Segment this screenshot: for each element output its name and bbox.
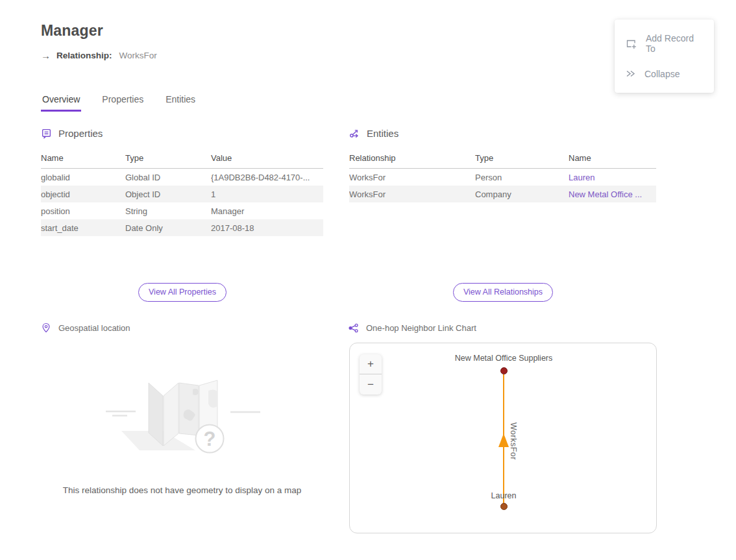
record-overview-page: Manager → Relationship: WorksFor Add Rec…	[0, 0, 736, 560]
link-chart-section-title: One-hop Neighbor Link Chart	[366, 323, 476, 333]
entity-name-cell: Lauren	[569, 169, 656, 186]
relationship-label: Relationship:	[56, 51, 112, 60]
property-type: String	[125, 202, 211, 219]
entity-relationship: WorksFor	[349, 186, 475, 202]
property-name: globalid	[41, 169, 125, 186]
property-type: Date Only	[125, 219, 211, 236]
column-header-name: Name	[41, 149, 125, 169]
entity-link[interactable]: Lauren	[569, 173, 595, 182]
entities-section-title: Entities	[367, 128, 399, 139]
table-row: start_date Date Only 2017-08-18	[41, 219, 323, 236]
property-value: 1	[211, 186, 323, 202]
entities-section-header: Entities	[349, 128, 399, 139]
property-name: start_date	[41, 219, 125, 236]
graph-edge-arrow-icon	[498, 433, 509, 447]
view-all-relationships-button[interactable]: View All Relationships	[453, 283, 553, 302]
column-header-type: Type	[475, 149, 569, 169]
relationship-value: WorksFor	[119, 51, 157, 60]
map-placeholder: ?	[41, 371, 323, 479]
properties-section-title: Properties	[58, 128, 103, 139]
table-row: position String Manager	[41, 202, 323, 219]
property-name: objectid	[41, 186, 125, 202]
property-value: Manager	[211, 202, 323, 219]
column-header-relationship: Relationship	[349, 149, 475, 169]
relationship-arrow-icon: →	[41, 50, 51, 61]
tab-properties[interactable]: Properties	[101, 93, 145, 112]
column-header-type: Type	[125, 149, 211, 169]
link-chart-section-header: One-hop Neighbor Link Chart	[348, 323, 476, 334]
collapse-icon	[625, 68, 636, 79]
table-row: WorksFor Person Lauren	[349, 169, 656, 186]
properties-table: Name Type Value globalid Global ID {1A9D…	[41, 149, 323, 236]
graph-node-company[interactable]	[500, 367, 508, 374]
column-header-value: Value	[211, 149, 323, 169]
geospatial-section-header: Geospatial location	[41, 323, 130, 333]
entity-relationship: WorksFor	[349, 169, 475, 186]
link-chart-icon	[348, 323, 359, 334]
context-menu: Add Record To Collapse	[615, 19, 714, 93]
property-value: {1A9DB2B6-D482-4170-...	[211, 169, 323, 186]
folded-map-graphic: ?	[98, 371, 267, 476]
tab-overview[interactable]: Overview	[41, 93, 81, 112]
property-type: Global ID	[125, 169, 211, 186]
add-record-icon	[625, 38, 637, 50]
property-value: 2017-08-18	[211, 219, 323, 236]
properties-table-header: Name Type Value	[41, 149, 323, 169]
link-chart-panel: + − New Metal Office Suppliers WorksFor …	[349, 343, 657, 533]
menu-item-add-record-to[interactable]: Add Record To	[615, 26, 714, 61]
entity-type: Person	[475, 169, 569, 186]
entity-link[interactable]: New Metal Office ...	[569, 189, 642, 199]
tab-bar: Overview Properties Entities	[41, 93, 197, 112]
entities-icon	[349, 128, 360, 139]
tab-entities[interactable]: Entities	[164, 93, 197, 112]
entity-name-cell: New Metal Office ...	[569, 186, 656, 202]
menu-item-label: Add Record To	[646, 33, 704, 54]
node-label-top: New Metal Office Suppliers	[455, 354, 553, 363]
no-geometry-message: This relationship does not have geometry…	[41, 485, 323, 495]
property-name: position	[41, 202, 125, 219]
entities-table-header: Relationship Type Name	[349, 149, 656, 169]
entity-type: Company	[475, 186, 569, 202]
zoom-out-button[interactable]: −	[360, 374, 382, 395]
table-row: objectid Object ID 1	[41, 186, 323, 202]
column-header-name: Name	[569, 149, 656, 169]
property-type: Object ID	[125, 186, 211, 202]
table-row: globalid Global ID {1A9DB2B6-D482-4170-.…	[41, 169, 323, 186]
geospatial-section-title: Geospatial location	[58, 323, 130, 333]
menu-item-collapse[interactable]: Collapse	[615, 61, 714, 86]
table-row: WorksFor Company New Metal Office ...	[349, 186, 656, 202]
zoom-control: + −	[360, 354, 382, 395]
svg-text:?: ?	[203, 428, 215, 450]
record-type-line: → Relationship: WorksFor	[41, 50, 157, 61]
view-all-properties-button[interactable]: View All Properties	[138, 283, 227, 302]
node-label-bottom: Lauren	[491, 491, 517, 500]
graph-node-person[interactable]	[500, 503, 508, 510]
menu-item-label: Collapse	[644, 69, 680, 79]
properties-icon	[41, 128, 52, 139]
page-title: Manager	[41, 22, 103, 40]
entities-table: Relationship Type Name WorksFor Person L…	[349, 149, 656, 202]
zoom-in-button[interactable]: +	[360, 354, 382, 374]
graph-edge-label: WorksFor	[509, 422, 518, 460]
map-pin-icon	[41, 323, 51, 333]
properties-section-header: Properties	[41, 128, 103, 139]
